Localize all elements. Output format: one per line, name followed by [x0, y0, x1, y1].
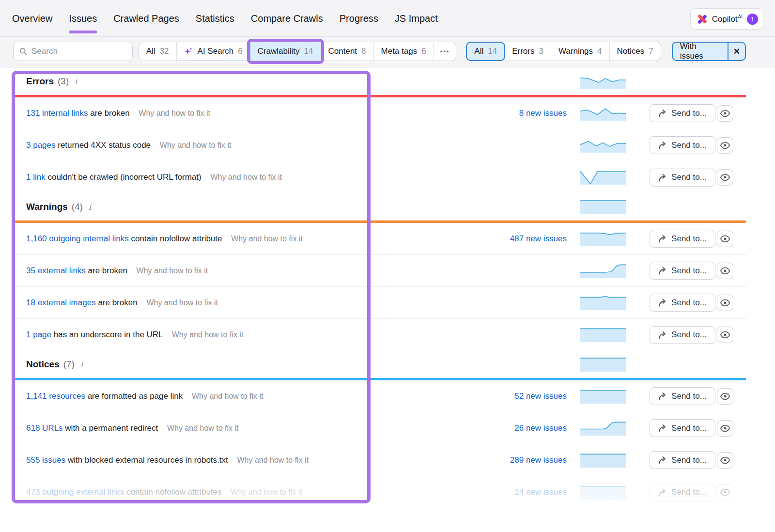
new-issues-link[interactable]: 289 new issues	[480, 455, 567, 465]
why-how-to-fix-link[interactable]: Why and how to fix it	[237, 456, 309, 465]
new-issues-link[interactable]: 8 new issues	[480, 109, 567, 118]
issue-row: 1,160 outgoing internal links contain no…	[13, 223, 746, 255]
hide-issue-button[interactable]	[717, 327, 733, 343]
send-to-button[interactable]: Send to...	[650, 419, 715, 437]
filter-chip-all[interactable]: All 14	[466, 42, 505, 61]
hide-issue-button[interactable]	[717, 420, 733, 437]
issue-count-link[interactable]: 35 external links	[26, 266, 86, 275]
send-to-button[interactable]: Send to...	[650, 262, 715, 280]
new-issues-link[interactable]: 14 new issues	[480, 487, 567, 497]
send-arrow-icon	[658, 488, 667, 497]
hide-issue-button[interactable]	[717, 137, 733, 154]
nav-tab-compare-crawls[interactable]: Compare Crawls	[251, 0, 323, 37]
eye-icon	[720, 141, 730, 150]
issue-count-link[interactable]: 1,141 resources	[26, 391, 85, 401]
send-to-button[interactable]: Send to...	[650, 230, 715, 248]
send-to-button[interactable]: Send to...	[650, 104, 715, 122]
hide-issue-button[interactable]	[717, 452, 733, 469]
search-box[interactable]	[13, 42, 133, 61]
send-to-button[interactable]: Send to...	[650, 484, 715, 501]
hide-issue-button[interactable]	[717, 231, 733, 247]
copilot-badge: 1	[747, 14, 758, 25]
nav-tab-js-impact[interactable]: JS Impact	[395, 0, 438, 37]
send-to-button[interactable]: Send to...	[650, 326, 715, 344]
info-icon[interactable]: i	[87, 203, 91, 212]
send-arrow-icon	[658, 424, 667, 432]
issue-description: 473 outgoing external links contain nofo…	[13, 487, 480, 497]
hide-issue-button[interactable]	[717, 388, 733, 405]
why-how-to-fix-link[interactable]: Why and how to fix it	[146, 298, 218, 308]
nav-tab-statistics[interactable]: Statistics	[196, 0, 234, 37]
send-arrow-icon	[658, 266, 667, 275]
why-how-to-fix-link[interactable]: Why and how to fix it	[139, 109, 210, 118]
with-issues-label[interactable]: With issues	[673, 43, 728, 60]
nav-tab-crawled-pages[interactable]: Crawled Pages	[113, 0, 179, 37]
hide-issue-button[interactable]	[717, 263, 733, 279]
send-to-button[interactable]: Send to...	[650, 136, 715, 154]
filter-chip-notices[interactable]: Notices 7	[610, 42, 661, 61]
close-icon[interactable]: ✕	[728, 43, 745, 60]
why-how-to-fix-link[interactable]: Why and how to fix it	[210, 173, 282, 182]
section-sparkline	[567, 200, 635, 214]
top-nav: OverviewIssuesCrawled PagesStatisticsCom…	[0, 0, 775, 37]
issue-row: 1,141 resources are formatted as page li…	[13, 380, 746, 412]
issue-count-link[interactable]: 1 page	[26, 330, 51, 339]
why-how-to-fix-link[interactable]: Why and how to fix it	[192, 392, 264, 401]
info-icon[interactable]: i	[73, 77, 77, 86]
issue-count-link[interactable]: 618 URLs	[26, 423, 63, 433]
new-issues-link[interactable]: 52 new issues	[480, 391, 567, 401]
send-to-button[interactable]: Send to...	[650, 169, 715, 187]
issue-section: Notices (7) i 1,141 resources are format…	[13, 351, 746, 508]
trend-sparkline	[567, 421, 635, 436]
eye-icon	[720, 173, 730, 182]
issue-count-link[interactable]: 555 issues	[26, 455, 65, 465]
filter-chip-all[interactable]: All 32	[139, 42, 177, 61]
send-arrow-icon	[658, 173, 667, 182]
issue-count-link[interactable]: 18 external images	[26, 298, 96, 307]
why-how-to-fix-link[interactable]: Why and how to fix it	[167, 424, 239, 433]
nav-tab-overview[interactable]: Overview	[12, 0, 52, 37]
filter-chip-ai-search[interactable]: AI Search 6	[177, 42, 250, 61]
filter-chip--[interactable]: •••	[434, 42, 456, 61]
why-how-to-fix-link[interactable]: Why and how to fix it	[137, 266, 208, 276]
filter-chip-warnings[interactable]: Warnings 4	[551, 42, 610, 61]
with-issues-filter: With issues ✕	[672, 42, 746, 61]
copilot-button[interactable]: CopilotAI 1	[690, 8, 763, 30]
issue-count-link[interactable]: 473 outgoing external links	[26, 487, 124, 497]
send-to-button[interactable]: Send to...	[650, 387, 715, 405]
issue-count-link[interactable]: 1,160 outgoing internal links	[26, 234, 129, 243]
nav-tab-issues[interactable]: Issues	[69, 0, 97, 37]
filter-chip-meta-tags[interactable]: Meta tags 6	[374, 42, 434, 61]
new-issues-link[interactable]: 487 new issues	[480, 234, 567, 244]
send-to-button[interactable]: Send to...	[650, 294, 715, 312]
filter-chip-content[interactable]: Content 8	[321, 42, 374, 61]
send-arrow-icon	[658, 141, 667, 149]
section-count: (3)	[58, 76, 69, 87]
why-how-to-fix-link[interactable]: Why and how to fix it	[231, 235, 303, 244]
search-input[interactable]	[31, 47, 126, 56]
severity-filter-group: All 14 Errors 3 Warnings 4 Notices 7	[466, 42, 661, 61]
category-filter-group: All 32 AI Search 6 Crawlability 14 Conte…	[139, 42, 457, 61]
hide-issue-button[interactable]	[717, 105, 733, 122]
issue-row: 3 pages returned 4XX status code Why and…	[13, 129, 746, 161]
issue-count-link[interactable]: 131 internal links	[26, 109, 88, 118]
issue-text-label: has an underscore in the URL	[54, 330, 163, 339]
new-issues-link[interactable]: 26 new issues	[480, 423, 567, 433]
hide-issue-button[interactable]	[717, 484, 733, 501]
hide-issue-button[interactable]	[717, 295, 733, 311]
filter-chip-errors[interactable]: Errors 3	[505, 42, 551, 61]
why-how-to-fix-link[interactable]: Why and how to fix it	[231, 488, 302, 497]
issue-count-link[interactable]: 3 pages	[26, 141, 56, 150]
issue-section: Warnings (4) i 1,160 outgoing internal l…	[13, 193, 746, 351]
section-count: (7)	[63, 359, 75, 370]
nav-tab-progress[interactable]: Progress	[340, 0, 378, 37]
eye-icon	[720, 266, 730, 275]
send-to-button[interactable]: Send to...	[650, 451, 715, 469]
why-how-to-fix-link[interactable]: Why and how to fix it	[160, 141, 232, 150]
hide-issue-button[interactable]	[717, 169, 733, 186]
issue-count-link[interactable]: 1 link	[26, 172, 46, 182]
filter-chip-crawlability[interactable]: Crawlability 14	[250, 42, 321, 61]
issue-text-label: are broken	[98, 298, 137, 307]
info-icon[interactable]: i	[78, 360, 83, 369]
why-how-to-fix-link[interactable]: Why and how to fix it	[172, 330, 244, 340]
